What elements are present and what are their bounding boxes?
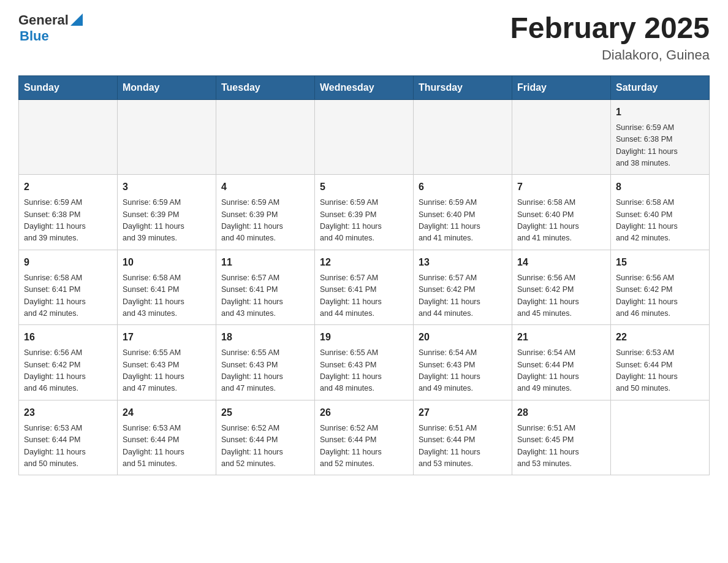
day-info: Sunrise: 6:56 AM Sunset: 6:42 PM Dayligh… [517,272,605,320]
day-number: 22 [616,330,704,345]
day-number: 7 [517,180,605,194]
calendar-cell: 17Sunrise: 6:55 AM Sunset: 6:43 PM Dayli… [118,325,216,400]
week-row-1: 1Sunrise: 6:59 AM Sunset: 6:38 PM Daylig… [19,99,710,175]
calendar-cell: 6Sunrise: 6:59 AM Sunset: 6:40 PM Daylig… [414,175,512,250]
calendar-cell: 24Sunrise: 6:53 AM Sunset: 6:44 PM Dayli… [118,400,216,475]
day-info: Sunrise: 6:53 AM Sunset: 6:44 PM Dayligh… [123,423,211,470]
title-section: February 2025 Dialakoro, Guinea [510,12,710,63]
calendar-table: SundayMondayTuesdayWednesdayThursdayFrid… [18,75,710,476]
calendar-cell: 27Sunrise: 6:51 AM Sunset: 6:44 PM Dayli… [414,400,512,475]
week-row-2: 2Sunrise: 6:59 AM Sunset: 6:38 PM Daylig… [19,175,710,250]
calendar-cell: 21Sunrise: 6:54 AM Sunset: 6:44 PM Dayli… [512,325,611,400]
day-info: Sunrise: 6:57 AM Sunset: 6:41 PM Dayligh… [221,272,309,320]
weekday-header-row: SundayMondayTuesdayWednesdayThursdayFrid… [19,75,710,99]
day-number: 2 [24,180,112,194]
day-number: 9 [24,255,112,270]
day-number: 11 [221,255,309,270]
day-number: 26 [320,405,408,420]
calendar-cell: 23Sunrise: 6:53 AM Sunset: 6:44 PM Dayli… [19,400,118,475]
calendar-cell: 26Sunrise: 6:52 AM Sunset: 6:44 PM Dayli… [315,400,414,475]
calendar-cell: 1Sunrise: 6:59 AM Sunset: 6:38 PM Daylig… [611,99,710,175]
calendar-cell: 10Sunrise: 6:58 AM Sunset: 6:41 PM Dayli… [118,250,216,325]
week-row-4: 16Sunrise: 6:56 AM Sunset: 6:42 PM Dayli… [19,325,710,400]
day-number: 13 [419,255,507,270]
calendar-cell: 2Sunrise: 6:59 AM Sunset: 6:38 PM Daylig… [19,175,118,250]
day-number: 5 [320,180,408,194]
day-info: Sunrise: 6:54 AM Sunset: 6:43 PM Dayligh… [419,347,507,395]
day-info: Sunrise: 6:55 AM Sunset: 6:43 PM Dayligh… [320,347,408,395]
day-number: 8 [616,180,704,194]
calendar-cell: 13Sunrise: 6:57 AM Sunset: 6:42 PM Dayli… [414,250,512,325]
day-number: 24 [123,405,211,420]
day-number: 20 [419,330,507,345]
logo-triangle-icon [70,13,83,26]
weekday-header-saturday: Saturday [611,75,710,99]
week-row-5: 23Sunrise: 6:53 AM Sunset: 6:44 PM Dayli… [19,400,710,475]
day-number: 14 [517,255,605,270]
calendar-cell [611,400,710,475]
day-info: Sunrise: 6:58 AM Sunset: 6:41 PM Dayligh… [123,272,211,320]
calendar-cell: 8Sunrise: 6:58 AM Sunset: 6:40 PM Daylig… [611,175,710,250]
calendar-cell: 9Sunrise: 6:58 AM Sunset: 6:41 PM Daylig… [19,250,118,325]
day-info: Sunrise: 6:58 AM Sunset: 6:41 PM Dayligh… [24,272,112,320]
day-number: 23 [24,405,112,420]
day-number: 12 [320,255,408,270]
day-number: 4 [221,180,309,194]
calendar-cell [118,99,216,175]
calendar-cell: 3Sunrise: 6:59 AM Sunset: 6:39 PM Daylig… [118,175,216,250]
day-info: Sunrise: 6:57 AM Sunset: 6:42 PM Dayligh… [419,272,507,320]
day-info: Sunrise: 6:55 AM Sunset: 6:43 PM Dayligh… [123,347,211,395]
calendar-cell: 4Sunrise: 6:59 AM Sunset: 6:39 PM Daylig… [216,175,315,250]
calendar-cell [315,99,414,175]
calendar-cell: 16Sunrise: 6:56 AM Sunset: 6:42 PM Dayli… [19,325,118,400]
calendar-cell: 20Sunrise: 6:54 AM Sunset: 6:43 PM Dayli… [414,325,512,400]
day-number: 25 [221,405,309,420]
day-info: Sunrise: 6:54 AM Sunset: 6:44 PM Dayligh… [517,347,605,395]
day-info: Sunrise: 6:55 AM Sunset: 6:43 PM Dayligh… [221,347,309,395]
day-number: 16 [24,330,112,345]
day-info: Sunrise: 6:51 AM Sunset: 6:45 PM Dayligh… [517,423,605,470]
calendar-cell: 28Sunrise: 6:51 AM Sunset: 6:45 PM Dayli… [512,400,611,475]
day-info: Sunrise: 6:59 AM Sunset: 6:40 PM Dayligh… [419,197,507,245]
calendar-cell: 7Sunrise: 6:58 AM Sunset: 6:40 PM Daylig… [512,175,611,250]
calendar-cell: 18Sunrise: 6:55 AM Sunset: 6:43 PM Dayli… [216,325,315,400]
calendar-cell: 12Sunrise: 6:57 AM Sunset: 6:41 PM Dayli… [315,250,414,325]
day-number: 18 [221,330,309,345]
weekday-header-sunday: Sunday [19,75,118,99]
logo-blue-text: Blue [20,28,49,44]
week-row-3: 9Sunrise: 6:58 AM Sunset: 6:41 PM Daylig… [19,250,710,325]
calendar-cell: 25Sunrise: 6:52 AM Sunset: 6:44 PM Dayli… [216,400,315,475]
day-info: Sunrise: 6:58 AM Sunset: 6:40 PM Dayligh… [616,197,704,245]
calendar-subtitle: Dialakoro, Guinea [510,47,710,63]
day-info: Sunrise: 6:52 AM Sunset: 6:44 PM Dayligh… [320,423,408,470]
calendar-cell: 5Sunrise: 6:59 AM Sunset: 6:39 PM Daylig… [315,175,414,250]
day-info: Sunrise: 6:58 AM Sunset: 6:40 PM Dayligh… [517,197,605,245]
calendar-cell: 22Sunrise: 6:53 AM Sunset: 6:44 PM Dayli… [611,325,710,400]
day-number: 1 [616,105,704,120]
day-number: 3 [123,180,211,194]
calendar-title: February 2025 [510,12,710,45]
weekday-header-wednesday: Wednesday [315,75,414,99]
day-info: Sunrise: 6:59 AM Sunset: 6:38 PM Dayligh… [616,122,704,170]
day-info: Sunrise: 6:52 AM Sunset: 6:44 PM Dayligh… [221,423,309,470]
page-header: General Blue February 2025 Dialakoro, Gu… [18,12,710,63]
day-info: Sunrise: 6:59 AM Sunset: 6:39 PM Dayligh… [221,197,309,245]
day-number: 15 [616,255,704,270]
day-info: Sunrise: 6:56 AM Sunset: 6:42 PM Dayligh… [24,347,112,395]
day-number: 6 [419,180,507,194]
logo-general-text: General [18,12,69,28]
calendar-cell: 14Sunrise: 6:56 AM Sunset: 6:42 PM Dayli… [512,250,611,325]
weekday-header-monday: Monday [118,75,216,99]
calendar-header: SundayMondayTuesdayWednesdayThursdayFrid… [19,75,710,99]
day-number: 28 [517,405,605,420]
calendar-cell [512,99,611,175]
day-info: Sunrise: 6:59 AM Sunset: 6:39 PM Dayligh… [320,197,408,245]
calendar-cell [414,99,512,175]
day-info: Sunrise: 6:53 AM Sunset: 6:44 PM Dayligh… [616,347,704,395]
svg-marker-0 [70,13,83,26]
day-number: 10 [123,255,211,270]
day-info: Sunrise: 6:59 AM Sunset: 6:38 PM Dayligh… [24,197,112,245]
calendar-body: 1Sunrise: 6:59 AM Sunset: 6:38 PM Daylig… [19,99,710,475]
day-number: 17 [123,330,211,345]
weekday-header-friday: Friday [512,75,611,99]
